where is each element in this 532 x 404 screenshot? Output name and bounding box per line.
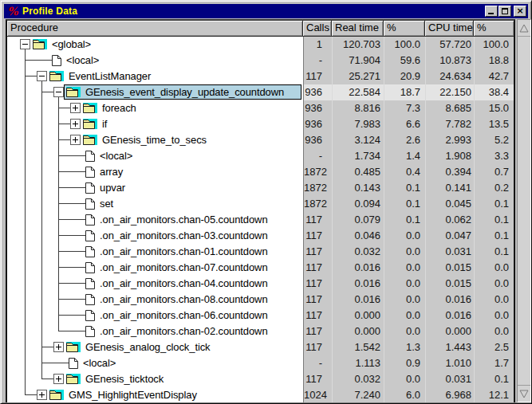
procedure-label: set (100, 197, 113, 211)
tree-row[interactable]: .on_air_monitors.chan-01.countdown1170.0… (7, 244, 514, 260)
maximize-icon (502, 8, 508, 14)
maximize-button[interactable] (499, 6, 511, 17)
procedure-cell: <local> (7, 148, 303, 164)
value-cell-real: 120.703 (332, 37, 384, 53)
expand-plus-icon[interactable] (70, 119, 81, 129)
scrollbar-thumb[interactable] (518, 37, 530, 385)
scroll-up-button[interactable] (518, 20, 530, 37)
tree-row[interactable]: .on_air_monitors.chan-06.countdown1170.0… (7, 308, 514, 324)
column-header-cpu-pct[interactable]: % (474, 21, 514, 37)
collapse-minus-icon[interactable] (20, 39, 30, 49)
close-button[interactable]: × (514, 6, 526, 17)
tree-row[interactable]: GEnesis_ticktock1170.0320.00.0310.1 (7, 371, 514, 387)
value-cell-real: 0.016 (332, 276, 384, 292)
tree-connector-line (58, 139, 70, 140)
column-header-row: Procedure Calls Real time % CPU time % (7, 21, 514, 37)
title-bar[interactable]: % Profile Data × (4, 4, 528, 18)
value-cell-calls: 1024 (303, 387, 332, 402)
procedure-label: .on_air_monitors.chan-02.countdown (100, 324, 268, 339)
value-cell-real: 0.000 (332, 308, 384, 324)
value-cell-real: 1.542 (332, 339, 384, 355)
column-header-procedure[interactable]: Procedure (7, 21, 303, 37)
value-cell-cpu: 1.010 (425, 355, 474, 371)
expand-plus-icon[interactable] (70, 135, 81, 145)
folder-icon (66, 374, 81, 384)
value-cell-pct2: 18.8 (474, 53, 514, 69)
tree-row[interactable]: .on_air_monitors.chan-04.countdown1170.0… (7, 276, 514, 292)
plus-bar (58, 344, 59, 350)
value-cell-calls: 117 (303, 276, 332, 292)
tree-row[interactable]: GEnesis_event_display_update_countdown93… (7, 84, 514, 100)
value-cell-real: 7.983 (332, 116, 384, 132)
value-cell-real: 71.904 (332, 53, 384, 69)
document-icon (85, 214, 95, 226)
vertical-scrollbar[interactable] (517, 19, 531, 402)
tree-row[interactable]: upvar18720.1430.10.1410.2 (7, 180, 514, 196)
minimize-button[interactable] (485, 6, 498, 17)
value-cell-cpu: 1.443 (425, 339, 474, 355)
procedure-cell: GMS_HighlightEventDisplay (7, 387, 303, 402)
tree-row[interactable]: .on_air_monitors.chan-08.countdown1170.0… (7, 292, 514, 308)
value-cell-pct2: 42.7 (474, 69, 514, 84)
tree-row[interactable]: set18720.0940.10.0450.1 (7, 196, 514, 212)
tree-row[interactable]: GMS_HighlightEventDisplay10247.2406.06.9… (7, 387, 514, 402)
procedure-cell: .on_air_monitors.chan-08.countdown (7, 292, 303, 308)
tree-connector-line (58, 331, 85, 331)
column-header-real-pct[interactable]: % (384, 21, 425, 37)
procedure-label: <local> (83, 356, 116, 371)
collapse-minus-icon[interactable] (53, 87, 64, 97)
tree-row[interactable]: .on_air_monitors.chan-07.countdown1170.0… (7, 260, 514, 276)
value-cell-cpu: 24.634 (425, 69, 474, 84)
tree-row[interactable]: <global>1120.703100.057.720100.0 (7, 37, 514, 53)
value-cell-calls: - (303, 355, 332, 371)
tree-row[interactable]: GEnesis_time_to_secs9363.1242.62.9935.2 (7, 132, 514, 148)
value-cell-pct2: 5.2 (474, 132, 514, 148)
up-arrow-icon (519, 24, 529, 33)
column-header-calls[interactable]: Calls (303, 21, 332, 37)
tree-row[interactable]: <local>-71.90459.610.87318.8 (7, 53, 514, 69)
tree-row[interactable]: .on_air_monitors.chan-03.countdown1170.0… (7, 228, 514, 244)
minus-bar (56, 92, 61, 92)
value-cell-pct2: 2.5 (474, 339, 514, 355)
collapse-minus-icon[interactable] (37, 71, 47, 81)
column-header-cpu-time[interactable]: CPU time (425, 21, 474, 37)
tree-row[interactable]: array18720.4850.40.3940.7 (7, 164, 514, 180)
tree-row[interactable]: .on_air_monitors.chan-02.countdown1170.0… (7, 324, 514, 339)
minimize-icon (488, 13, 494, 14)
expand-plus-icon[interactable] (53, 342, 64, 352)
folder-icon (66, 342, 81, 352)
value-cell-cpu: 0.141 (425, 180, 474, 196)
expand-plus-icon[interactable] (53, 374, 64, 384)
tree-row[interactable]: <local>-1.7341.41.9083.3 (7, 148, 514, 164)
value-cell-pct2: 0.0 (474, 324, 514, 339)
procedure-cell: .on_air_monitors.chan-07.countdown (7, 260, 303, 276)
expand-plus-icon[interactable] (37, 390, 47, 400)
scroll-down-button[interactable] (518, 385, 530, 402)
value-cell-cpu: 0.015 (425, 260, 474, 276)
document-icon (85, 246, 95, 257)
column-header-real-time[interactable]: Real time (332, 21, 384, 37)
tree-connector-line (41, 347, 53, 347)
procedure-cell: <global> (7, 37, 303, 53)
minus-bar (22, 44, 28, 45)
value-cell-pct2: 1.7 (474, 355, 514, 371)
tree-row[interactable]: foreach9368.8167.38.68515.0 (7, 100, 514, 116)
titlebar-buttons: × (484, 6, 526, 17)
tree-connector-line (58, 187, 85, 188)
value-cell-pct1: 18.7 (384, 84, 425, 100)
tree-row[interactable]: .on_air_monitors.chan-05.countdown1170.0… (7, 212, 514, 228)
plus-bar (75, 121, 76, 127)
value-cell-pct1: 0.0 (384, 244, 425, 260)
procedure-cell: .on_air_monitors.chan-02.countdown (7, 324, 303, 339)
down-arrow-icon (519, 390, 529, 398)
tree-row[interactable]: GEnesis_analog_clock_tick1171.5421.31.44… (7, 339, 514, 355)
expand-plus-icon[interactable] (70, 103, 81, 113)
tree-row[interactable]: EventListManager11725.27120.924.63442.7 (7, 69, 514, 84)
tree-row[interactable]: if9367.9836.67.78213.5 (7, 116, 514, 132)
value-cell-pct1: 6.6 (384, 116, 425, 132)
procedure-label: .on_air_monitors.chan-08.countdown (100, 292, 268, 307)
tree-connector-line (58, 203, 85, 204)
value-cell-pct2: 12.1 (474, 387, 514, 402)
value-cell-calls: 117 (303, 69, 332, 84)
tree-row[interactable]: <local>-1.1130.91.0101.7 (7, 355, 514, 371)
